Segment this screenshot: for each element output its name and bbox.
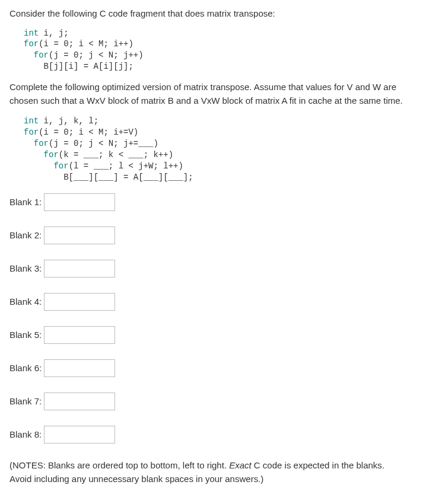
blank-row-3: Blank 3: <box>9 260 433 277</box>
blank-label: Blank 3: <box>9 262 42 276</box>
notes-text: C code is expected in the blanks. <box>252 460 384 470</box>
keyword-for: for <box>24 127 39 137</box>
keyword-for: for <box>34 50 49 60</box>
blank-row-6: Blank 6: <box>9 359 433 377</box>
code-text: B[___][___] = A[___][___]; <box>63 173 193 182</box>
code-text: i, j; <box>39 28 68 38</box>
blank-6-input[interactable] <box>44 359 115 377</box>
code-block-original: int i, j; for(i = 0; i < M; i++) for(j =… <box>24 28 433 73</box>
blank-5-input[interactable] <box>44 326 115 344</box>
blank-label: Blank 6: <box>9 362 42 375</box>
keyword-for: for <box>24 39 39 49</box>
blank-label: Blank 1: <box>9 196 42 209</box>
blank-1-input[interactable] <box>44 193 115 211</box>
code-text: (i = 0; i < M; i++) <box>39 39 133 49</box>
notes-text: (NOTES: Blanks are ordered top to bottom… <box>9 460 229 470</box>
code-block-optimized: int i, j, k, l; for(i = 0; i < M; i+=V) … <box>24 116 433 183</box>
keyword-int: int <box>24 28 39 38</box>
keyword-int: int <box>24 116 39 126</box>
blank-row-4: Blank 4: <box>9 293 433 311</box>
code-text: (k = ___; k < ___; k++) <box>59 150 173 160</box>
keyword-for: for <box>53 161 68 171</box>
blank-label: Blank 5: <box>9 328 42 342</box>
notes-paragraph: (NOTES: Blanks are ordered top to bottom… <box>9 459 433 486</box>
blank-4-input[interactable] <box>44 293 115 311</box>
intro-text: Consider the following C code fragment t… <box>9 7 433 21</box>
blank-8-input[interactable] <box>44 426 115 444</box>
notes-text: Avoid including any unnecessary blank sp… <box>9 474 263 484</box>
blank-row-1: Blank 1: <box>9 193 433 211</box>
blank-label: Blank 7: <box>9 395 42 409</box>
blank-row-8: Blank 8: <box>9 426 433 444</box>
code-text: (l = ___; l < j+W; l++) <box>69 161 183 171</box>
paragraph-line: Complete the following optimized version… <box>9 82 396 92</box>
blank-7-input[interactable] <box>44 393 115 410</box>
code-text: (j = 0; j < N; j++) <box>49 50 144 60</box>
blank-2-input[interactable] <box>44 227 115 244</box>
notes-italic: Exact <box>229 460 252 470</box>
instruction-paragraph: Complete the following optimized version… <box>9 81 433 107</box>
code-text: B[j][i] = A[i][j]; <box>44 62 133 71</box>
blank-row-7: Blank 7: <box>9 393 433 410</box>
keyword-for: for <box>34 139 49 148</box>
blank-row-5: Blank 5: <box>9 326 433 344</box>
blank-3-input[interactable] <box>44 260 115 277</box>
blank-label: Blank 8: <box>9 428 42 442</box>
paragraph-line: chosen such that a WxV block of matrix B… <box>9 95 403 106</box>
code-text: i, j, k, l; <box>39 116 98 126</box>
code-text: (j = 0; j < N; j+=___) <box>49 139 158 148</box>
code-text: (i = 0; i < M; i+=V) <box>39 127 138 137</box>
blank-label: Blank 4: <box>9 295 42 309</box>
keyword-for: for <box>44 150 59 160</box>
blank-label: Blank 2: <box>9 229 42 243</box>
blank-row-2: Blank 2: <box>9 227 433 244</box>
